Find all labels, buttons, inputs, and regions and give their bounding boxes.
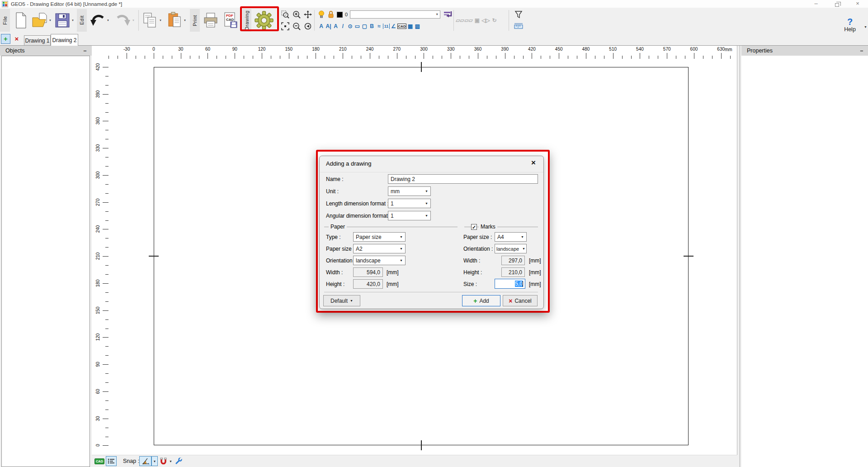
- new-file-button[interactable]: [12, 10, 30, 31]
- add-drawing-tab-button[interactable]: +: [1, 34, 10, 44]
- text-tool-icon[interactable]: A: [318, 21, 325, 31]
- print-button[interactable]: [202, 10, 220, 31]
- open-file-button[interactable]: [31, 10, 49, 31]
- line-tool-icon[interactable]: /: [340, 21, 346, 31]
- rectangle-tool-icon[interactable]: ▭: [354, 21, 361, 31]
- vruler-label: 60: [95, 389, 100, 394]
- open-dropdown-arrow[interactable]: ▼: [49, 19, 52, 22]
- text-style-tool-icon[interactable]: A: [332, 21, 339, 31]
- visibility-bulb-icon[interactable]: [318, 10, 325, 19]
- name-input[interactable]: Drawing 2: [388, 174, 538, 184]
- help-icon: ?: [836, 17, 863, 26]
- spline-tool-icon[interactable]: B: [368, 21, 375, 31]
- zoom-fit-icon[interactable]: [280, 21, 290, 31]
- vruler-tick: [105, 346, 108, 347]
- pen-style-combobox[interactable]: ▼: [350, 10, 440, 19]
- tab-drawing-2[interactable]: Drawing 2: [51, 34, 78, 46]
- default-button[interactable]: Default ▼: [323, 295, 360, 306]
- filter-funnel-icon[interactable]: [514, 10, 524, 19]
- help-button[interactable]: ? Help ▼: [836, 17, 863, 33]
- print-menu-button[interactable]: Print: [190, 9, 200, 32]
- save-file-button[interactable]: [53, 10, 71, 31]
- undo-icon: [90, 13, 106, 28]
- edit-menu-button[interactable]: Edit: [77, 9, 87, 32]
- multiline-tool-icon[interactable]: ≈: [376, 21, 382, 31]
- add-button[interactable]: + Add: [462, 295, 500, 306]
- marks-size-input[interactable]: 5,0: [495, 279, 525, 289]
- objects-list[interactable]: [1, 56, 90, 467]
- cancel-button[interactable]: × Cancel: [503, 295, 538, 306]
- length-format-select[interactable]: 1 ▼: [388, 199, 431, 208]
- objects-panel-minimize-button[interactable]: –: [81, 46, 89, 56]
- undo-button[interactable]: [89, 10, 107, 31]
- dimension-tool-icon[interactable]: 11: [383, 24, 390, 29]
- pan-icon[interactable]: [303, 10, 313, 19]
- settings-wrench-button[interactable]: [175, 457, 182, 467]
- zoom-previous-icon[interactable]: [303, 21, 313, 31]
- file-menu-button[interactable]: File: [0, 9, 10, 32]
- magnet-button[interactable]: [160, 457, 167, 467]
- lock-icon[interactable]: [327, 10, 335, 19]
- pen-style-dropdown-arrow[interactable]: ▼: [435, 13, 439, 16]
- measure-ruler-icon[interactable]: [514, 21, 524, 31]
- snap-mode-dropdown[interactable]: ▼: [151, 456, 158, 466]
- vruler-tick: [105, 85, 108, 86]
- help-dropdown-arrow[interactable]: ▼: [864, 25, 867, 29]
- angular-format-select[interactable]: 1 ▼: [388, 211, 431, 220]
- text-edit-tool-icon[interactable]: A|: [325, 21, 332, 31]
- undo-dropdown-arrow[interactable]: ▼: [107, 19, 109, 22]
- layer-list-button[interactable]: [106, 456, 117, 466]
- close-button[interactable]: ×: [851, 0, 864, 8]
- cad-import-icon[interactable]: CAD: [397, 24, 406, 29]
- export-pdf-cad-button[interactable]: PDF CAD: [222, 10, 240, 31]
- cancel-cross-icon: ×: [509, 297, 512, 305]
- dialog-close-icon[interactable]: ×: [531, 158, 536, 167]
- circle-tool-icon[interactable]: ⊙: [347, 21, 354, 31]
- pen-color-swatch[interactable]: [337, 12, 343, 18]
- hruler-tick: [136, 56, 136, 59]
- hruler-tick: [397, 53, 397, 59]
- zoom-in-icon[interactable]: [292, 10, 302, 19]
- status-bar: CAD Snap : ▼ ▼: [92, 455, 737, 467]
- zoom-out-icon[interactable]: [292, 21, 302, 31]
- marks-orientation-select[interactable]: landscape ▼: [495, 244, 527, 253]
- angle-dimension-tool-icon[interactable]: ∠: [390, 21, 397, 31]
- restore-button[interactable]: [830, 0, 844, 8]
- marks-checkbox[interactable]: ✓: [471, 224, 477, 230]
- polygon-tool-icon[interactable]: ▢: [361, 21, 368, 31]
- vruler-tick: [103, 445, 108, 446]
- hruler-tick: [379, 56, 379, 59]
- minimize-button[interactable]: –: [809, 0, 823, 8]
- hruler-tick: [388, 56, 388, 59]
- tab-drawing-1[interactable]: Drawing 1: [24, 35, 51, 45]
- zoom-window-icon[interactable]: [280, 10, 290, 19]
- paper-orientation-select[interactable]: landscape ▼: [353, 256, 406, 265]
- hruler-tick: [676, 56, 676, 59]
- paste-icon: [166, 12, 183, 29]
- hruler-tick: [217, 56, 217, 59]
- unit-select[interactable]: mm ▼: [388, 186, 431, 196]
- cad-status-badge[interactable]: CAD: [94, 458, 104, 464]
- hruler-tick: [208, 53, 208, 59]
- image-tool-icon[interactable]: ▨: [414, 21, 421, 31]
- magnet-dropdown-arrow[interactable]: ▼: [169, 460, 172, 463]
- save-dropdown-arrow[interactable]: ▼: [71, 19, 74, 22]
- properties-panel-minimize-button[interactable]: –: [858, 46, 865, 56]
- paper-size-select[interactable]: A2 ▼: [353, 244, 406, 253]
- marks-paper-size-select[interactable]: A4 ▼: [495, 232, 527, 242]
- paste-button[interactable]: [165, 10, 184, 31]
- table-tool-icon[interactable]: ▦: [407, 21, 414, 31]
- layers-icon[interactable]: [443, 10, 453, 19]
- default-button-label: Default: [330, 298, 348, 304]
- hruler-label: 0: [152, 47, 155, 52]
- copy-button[interactable]: [141, 10, 159, 31]
- paste-dropdown-arrow[interactable]: ▼: [184, 19, 186, 22]
- objects-panel-header: Objects –: [0, 46, 92, 56]
- copy-dropdown-arrow[interactable]: ▼: [159, 19, 162, 22]
- close-drawing-tab-button[interactable]: ×: [13, 34, 21, 43]
- snap-mode-button[interactable]: [139, 456, 151, 466]
- paper-type-select[interactable]: Paper size ▼: [353, 232, 406, 242]
- hruler-tick: [694, 53, 694, 59]
- vruler-label: 390: [95, 90, 100, 98]
- vruler-tick: [105, 301, 108, 302]
